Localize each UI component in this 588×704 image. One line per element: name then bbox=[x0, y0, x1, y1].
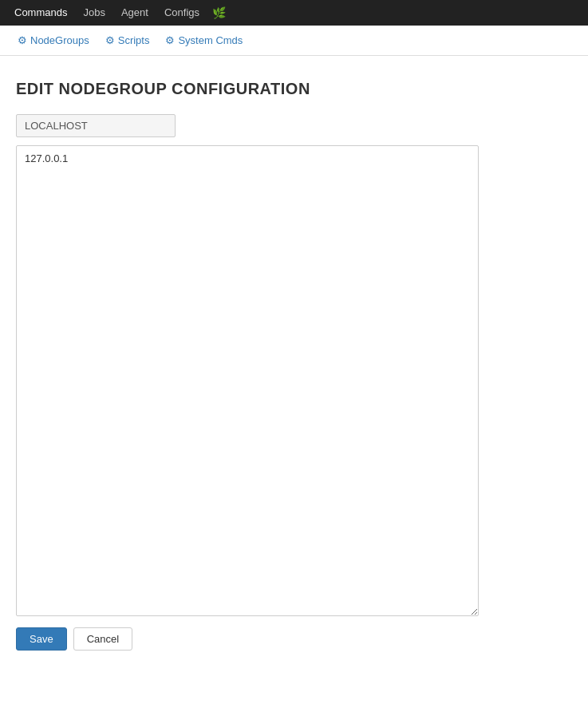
systemcmds-label: System Cmds bbox=[178, 34, 243, 46]
subnav-scripts[interactable]: ⚙ Scripts bbox=[97, 34, 158, 46]
nodegroups-gear-icon: ⚙ bbox=[18, 34, 27, 46]
scripts-gear-icon: ⚙ bbox=[105, 34, 115, 46]
nodegroups-label: NodeGroups bbox=[30, 34, 89, 46]
top-nav: Commands Jobs Agent Configs 🌿 bbox=[0, 0, 588, 26]
page-title: EDIT NODEGROUP CONFIGURATION bbox=[16, 80, 572, 98]
nav-configs[interactable]: Configs bbox=[156, 0, 207, 26]
systemcmds-gear-icon: ⚙ bbox=[165, 34, 175, 46]
cancel-button[interactable]: Cancel bbox=[73, 627, 132, 651]
sub-nav: ⚙ NodeGroups ⚙ Scripts ⚙ System Cmds bbox=[0, 26, 588, 56]
nodes-textarea[interactable]: 127.0.0.1 bbox=[16, 145, 479, 616]
leaf-icon: 🌿 bbox=[207, 6, 231, 19]
button-row: Save Cancel bbox=[16, 627, 572, 651]
nav-jobs[interactable]: Jobs bbox=[75, 0, 112, 26]
nav-commands[interactable]: Commands bbox=[6, 0, 75, 26]
main-content: EDIT NODEGROUP CONFIGURATION 127.0.0.1 S… bbox=[0, 56, 588, 666]
save-button[interactable]: Save bbox=[16, 627, 67, 651]
scripts-label: Scripts bbox=[118, 34, 150, 46]
subnav-system-cmds[interactable]: ⚙ System Cmds bbox=[157, 34, 251, 46]
nav-agent[interactable]: Agent bbox=[113, 0, 156, 26]
subnav-nodegroups[interactable]: ⚙ NodeGroups bbox=[10, 34, 97, 46]
nodegroup-name-input[interactable] bbox=[16, 114, 176, 137]
